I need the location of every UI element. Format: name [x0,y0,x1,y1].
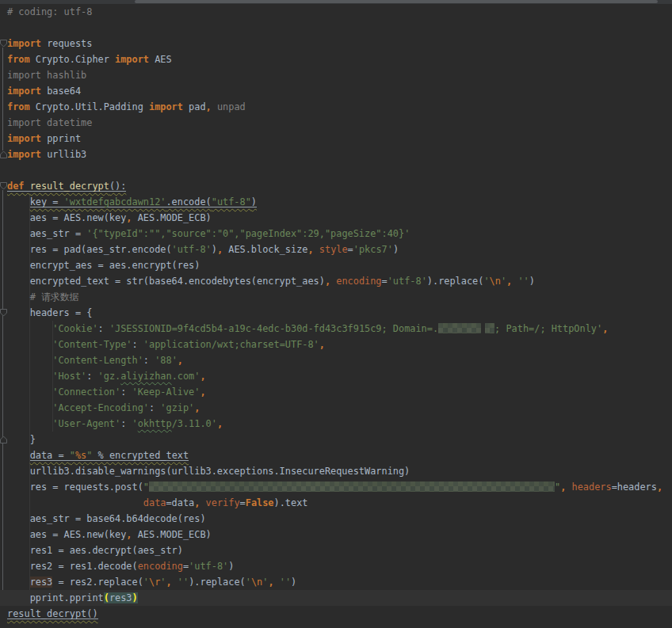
horizontal-scrollbar-thumb[interactable] [135,0,658,3]
code-line[interactable] [0,20,672,36]
code-token: ) [228,561,234,572]
code-line[interactable]: import urllib3 [0,147,672,162]
code-line[interactable]: aes = AES.new(key, AES.MODE_ECB) [0,210,672,226]
code-line[interactable]: import datetime [0,115,672,131]
code-token [172,577,178,588]
code-token [7,371,52,382]
code-token: AES.block_size [223,244,307,255]
code-token: AES.MODE_ECB) [132,529,212,540]
code-line[interactable]: 'User-Agent': 'okhttp/3.11.0', [0,416,672,432]
code-line[interactable]: } [0,432,672,447]
code-token: res1 = aes.decrypt(aes_str) [7,545,183,556]
code-token: , [319,339,325,350]
code-token: % encrypted_text [92,450,189,461]
code-token [7,497,143,508]
code-line[interactable]: res2 = res1.decode(encoding='utf-8') [0,558,672,574]
code-token: ) [251,196,257,207]
code-token: AES [155,54,171,65]
code-token: aes_str = base64.b64decode(res) [7,513,206,524]
code-token: } [7,434,36,445]
code-line[interactable]: urllib3.disable_warnings(urllib3.excepti… [0,463,672,479]
code-token: '' [517,276,529,287]
code-token: , [217,418,223,429]
code-token: Crypto.Util.Padding [36,101,149,112]
code-token: , [657,481,662,493]
code-editor[interactable]: # coding: utf-8import requestsfrom Crypt… [0,0,672,628]
code-token: res2 = res1.decode( [7,561,138,572]
code-line[interactable]: import base64 [0,83,672,99]
code-token: : [143,355,155,366]
code-token: pad [189,101,205,112]
code-line[interactable]: res = pad(aes_str.encode('utf-8'), AES.b… [0,242,672,257]
code-token: import hashlib [7,70,86,81]
code-token: %s [75,450,86,461]
code-token: import [7,86,47,97]
code-line[interactable]: res = requests.post("", headers=headers, [0,479,672,495]
code-token: , [166,577,172,588]
code-line[interactable]: import requests [0,36,672,51]
code-token: 'User-Agent' [52,418,120,429]
code-line-current[interactable]: pprint.pprint(res3) [0,590,672,606]
code-line[interactable]: res1 = aes.decrypt(aes_str) [0,542,672,558]
code-token: ' [246,577,251,588]
code-line[interactable]: key = 'wxtdefgabcdawn12'.encode("utf-8") [0,194,672,210]
code-line[interactable]: 'Accept-Encoding': 'gzip', [0,400,672,416]
code-token: style [319,244,348,255]
code-token: aes_str = [7,228,86,239]
code-token: AES.MODE_ECB) [132,212,212,223]
code-line[interactable]: headers = { [0,305,672,321]
code-token: 'wxtdefgabcdawn12' [64,196,166,207]
code-line[interactable]: aes_str = '{"typeId":"","source":"0","pa… [0,226,672,242]
code-token: =headers [612,481,657,493]
code-token: 'Cookie' [52,323,97,334]
code-token: = res2.replace( [52,577,143,588]
code-token: encrypt_aes = aes.encrypt(res) [7,260,200,271]
code-token: 'gzip' [160,402,194,413]
code-line[interactable]: aes_str = base64.b64decode(res) [0,511,672,527]
code-line[interactable]: 'Cookie': 'JSESSIONID=9f4cd5b4-a19c-4edc… [0,321,672,337]
code-token: False [246,497,274,508]
code-line[interactable]: # 请求数据 [0,289,672,305]
code-line[interactable]: encrypt_aes = aes.encrypt(res) [0,257,672,273]
code-line[interactable]: def result_decrypt(): [0,178,672,194]
code-token: # 请求数据 [7,291,79,303]
code-token: Crypto.Cipher [36,54,115,65]
code-token: , [126,529,132,540]
code-line[interactable]: from Crypto.Cipher import AES [0,51,672,67]
code-token: , [206,101,212,112]
code-line[interactable]: 'Host': 'gz.aliyizhan.com', [0,368,672,384]
code-line[interactable]: aes = AES.new(key, AES.MODE_ECB) [0,527,672,542]
code-token: = [382,276,388,287]
code-line[interactable]: data=data, verify=False).text [0,495,672,511]
code-token: ( [104,592,109,603]
code-token: aes = AES.new(key [7,529,126,540]
code-token: res3 [30,577,53,588]
code-token [200,497,205,508]
code-token: 'pkcs7' [353,244,393,255]
code-token: import datetime [7,117,92,128]
code-line[interactable]: from Crypto.Util.Padding import pad, unp… [0,99,672,115]
code-token: /3.11.0' [172,418,217,429]
code-token: headers [572,481,612,493]
code-line[interactable]: data = "%s" % encrypted_text [0,447,672,463]
code-line[interactable]: result_decrypt() [0,606,672,622]
code-line[interactable]: 'Content-Length': '88', [0,352,672,368]
code-area[interactable]: # coding: utf-8import requestsfrom Crypt… [0,4,672,622]
code-token: 'utf-8' [172,244,212,255]
code-token: requests [47,38,92,49]
censored-blur [149,481,555,492]
code-line[interactable]: encrypted_text = str(base64.encodebytes(… [0,273,672,289]
code-token: ) [529,276,535,287]
code-token: 'utf-8' [189,561,228,572]
code-token: base64 [47,86,81,97]
code-token: data = [30,450,70,461]
code-line[interactable]: # coding: utf-8 [0,4,672,20]
code-line[interactable]: res3 = res2.replace('\r', '').replace('\… [0,574,672,590]
code-line[interactable]: import pprint [0,131,672,147]
code-line[interactable]: import hashlib [0,67,672,83]
code-token: 'Content-Type' [52,339,132,350]
code-line[interactable] [0,162,672,178]
code-line[interactable]: 'Connection': 'Keep-Alive', [0,384,672,400]
code-line[interactable]: 'Content-Type': 'application/wxt;charset… [0,337,672,352]
code-token: = [348,244,353,255]
